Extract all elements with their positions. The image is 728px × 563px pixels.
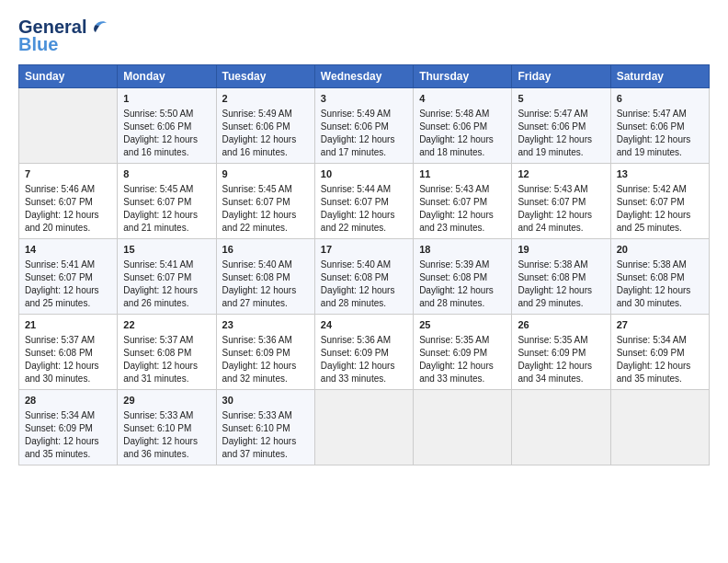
cell-content: Sunrise: 5:42 AM Sunset: 6:07 PM Dayligh…	[617, 183, 703, 235]
calendar-cell: 11Sunrise: 5:43 AM Sunset: 6:07 PM Dayli…	[414, 163, 512, 238]
calendar-cell: 10Sunrise: 5:44 AM Sunset: 6:07 PM Dayli…	[314, 163, 413, 238]
calendar-cell: 24Sunrise: 5:36 AM Sunset: 6:09 PM Dayli…	[314, 314, 413, 389]
calendar-cell: 20Sunrise: 5:38 AM Sunset: 6:08 PM Dayli…	[610, 238, 709, 314]
header-cell-sunday: Sunday	[19, 65, 118, 88]
day-number: 8	[123, 167, 210, 182]
cell-content: Sunrise: 5:34 AM Sunset: 6:09 PM Dayligh…	[25, 409, 111, 461]
calendar-cell: 6Sunrise: 5:47 AM Sunset: 6:06 PM Daylig…	[610, 88, 709, 164]
calendar-cell: 30Sunrise: 5:33 AM Sunset: 6:10 PM Dayli…	[216, 389, 314, 465]
calendar-cell: 29Sunrise: 5:33 AM Sunset: 6:10 PM Dayli…	[118, 389, 216, 465]
calendar-cell	[610, 389, 709, 465]
day-number: 11	[419, 167, 506, 182]
cell-content: Sunrise: 5:33 AM Sunset: 6:10 PM Dayligh…	[123, 409, 210, 461]
week-row-5: 28Sunrise: 5:34 AM Sunset: 6:09 PM Dayli…	[19, 389, 710, 465]
day-number: 21	[25, 318, 111, 333]
calendar-cell: 13Sunrise: 5:42 AM Sunset: 6:07 PM Dayli…	[610, 163, 709, 238]
day-number: 7	[25, 167, 111, 182]
calendar-cell: 26Sunrise: 5:35 AM Sunset: 6:09 PM Dayli…	[512, 314, 610, 389]
cell-content: Sunrise: 5:34 AM Sunset: 6:09 PM Dayligh…	[617, 334, 703, 385]
calendar-cell	[314, 389, 413, 465]
header-cell-monday: Monday	[118, 65, 216, 88]
day-number: 9	[222, 167, 309, 182]
calendar-cell: 2Sunrise: 5:49 AM Sunset: 6:06 PM Daylig…	[216, 88, 314, 164]
calendar-cell: 9Sunrise: 5:45 AM Sunset: 6:07 PM Daylig…	[216, 163, 314, 238]
day-number: 16	[222, 243, 309, 258]
day-number: 20	[617, 243, 703, 258]
day-number: 27	[617, 318, 703, 333]
day-number: 30	[222, 394, 309, 408]
calendar-cell: 22Sunrise: 5:37 AM Sunset: 6:08 PM Dayli…	[118, 314, 216, 389]
day-number: 4	[419, 92, 506, 107]
header: General Blue	[18, 17, 710, 55]
day-number: 5	[518, 92, 604, 107]
cell-content: Sunrise: 5:35 AM Sunset: 6:09 PM Dayligh…	[419, 334, 506, 385]
cell-content: Sunrise: 5:46 AM Sunset: 6:07 PM Dayligh…	[25, 183, 111, 235]
calendar-cell: 21Sunrise: 5:37 AM Sunset: 6:08 PM Dayli…	[19, 314, 118, 389]
calendar-cell: 3Sunrise: 5:49 AM Sunset: 6:06 PM Daylig…	[314, 88, 413, 164]
calendar-cell: 1Sunrise: 5:50 AM Sunset: 6:06 PM Daylig…	[118, 88, 216, 164]
week-row-4: 21Sunrise: 5:37 AM Sunset: 6:08 PM Dayli…	[19, 314, 710, 389]
calendar-cell: 18Sunrise: 5:39 AM Sunset: 6:08 PM Dayli…	[414, 238, 512, 314]
calendar-cell: 19Sunrise: 5:38 AM Sunset: 6:08 PM Dayli…	[512, 238, 610, 314]
header-row: SundayMondayTuesdayWednesdayThursdayFrid…	[19, 65, 710, 88]
day-number: 24	[321, 318, 407, 333]
header-cell-saturday: Saturday	[610, 65, 709, 88]
calendar-cell: 28Sunrise: 5:34 AM Sunset: 6:09 PM Dayli…	[19, 389, 118, 465]
calendar-cell: 16Sunrise: 5:40 AM Sunset: 6:08 PM Dayli…	[216, 238, 314, 314]
cell-content: Sunrise: 5:40 AM Sunset: 6:08 PM Dayligh…	[321, 259, 407, 310]
cell-content: Sunrise: 5:38 AM Sunset: 6:08 PM Dayligh…	[518, 259, 604, 310]
week-row-2: 7Sunrise: 5:46 AM Sunset: 6:07 PM Daylig…	[19, 163, 710, 238]
cell-content: Sunrise: 5:33 AM Sunset: 6:10 PM Dayligh…	[222, 409, 309, 461]
cell-content: Sunrise: 5:47 AM Sunset: 6:06 PM Dayligh…	[617, 108, 703, 159]
day-number: 10	[321, 167, 407, 182]
day-number: 23	[222, 318, 309, 333]
week-row-3: 14Sunrise: 5:41 AM Sunset: 6:07 PM Dayli…	[19, 238, 710, 314]
week-row-1: 1Sunrise: 5:50 AM Sunset: 6:06 PM Daylig…	[19, 88, 710, 164]
cell-content: Sunrise: 5:41 AM Sunset: 6:07 PM Dayligh…	[123, 259, 210, 310]
day-number: 14	[25, 243, 111, 258]
calendar-cell: 8Sunrise: 5:45 AM Sunset: 6:07 PM Daylig…	[118, 163, 216, 238]
day-number: 1	[123, 92, 210, 107]
cell-content: Sunrise: 5:37 AM Sunset: 6:08 PM Dayligh…	[25, 334, 111, 385]
cell-content: Sunrise: 5:43 AM Sunset: 6:07 PM Dayligh…	[518, 183, 604, 235]
cell-content: Sunrise: 5:36 AM Sunset: 6:09 PM Dayligh…	[222, 334, 309, 385]
day-number: 3	[321, 92, 407, 107]
cell-content: Sunrise: 5:43 AM Sunset: 6:07 PM Dayligh…	[419, 183, 506, 235]
calendar-cell: 14Sunrise: 5:41 AM Sunset: 6:07 PM Dayli…	[19, 238, 118, 314]
calendar-cell: 15Sunrise: 5:41 AM Sunset: 6:07 PM Dayli…	[118, 238, 216, 314]
cell-content: Sunrise: 5:35 AM Sunset: 6:09 PM Dayligh…	[518, 334, 604, 385]
header-cell-thursday: Thursday	[414, 65, 512, 88]
calendar-cell: 23Sunrise: 5:36 AM Sunset: 6:09 PM Dayli…	[216, 314, 314, 389]
day-number: 2	[222, 92, 309, 107]
cell-content: Sunrise: 5:37 AM Sunset: 6:08 PM Dayligh…	[123, 334, 210, 385]
day-number: 29	[123, 394, 210, 408]
cell-content: Sunrise: 5:36 AM Sunset: 6:09 PM Dayligh…	[321, 334, 407, 385]
calendar-cell: 4Sunrise: 5:48 AM Sunset: 6:06 PM Daylig…	[414, 88, 512, 164]
header-cell-friday: Friday	[512, 65, 610, 88]
logo-blue: Blue	[18, 34, 58, 55]
cell-content: Sunrise: 5:45 AM Sunset: 6:07 PM Dayligh…	[123, 183, 210, 235]
day-number: 25	[419, 318, 506, 333]
day-number: 19	[518, 243, 604, 258]
calendar-cell: 17Sunrise: 5:40 AM Sunset: 6:08 PM Dayli…	[314, 238, 413, 314]
calendar-cell: 25Sunrise: 5:35 AM Sunset: 6:09 PM Dayli…	[414, 314, 512, 389]
logo: General Blue	[18, 17, 108, 55]
calendar-cell: 5Sunrise: 5:47 AM Sunset: 6:06 PM Daylig…	[512, 88, 610, 164]
day-number: 6	[617, 92, 703, 107]
cell-content: Sunrise: 5:47 AM Sunset: 6:06 PM Dayligh…	[518, 108, 604, 159]
cell-content: Sunrise: 5:49 AM Sunset: 6:06 PM Dayligh…	[222, 108, 309, 159]
page: General Blue SundayMondayTuesdayWednesda…	[0, 0, 728, 475]
day-number: 12	[518, 167, 604, 182]
day-number: 28	[25, 394, 111, 408]
day-number: 17	[321, 243, 407, 258]
cell-content: Sunrise: 5:45 AM Sunset: 6:07 PM Dayligh…	[222, 183, 309, 235]
day-number: 18	[419, 243, 506, 258]
cell-content: Sunrise: 5:38 AM Sunset: 6:08 PM Dayligh…	[617, 259, 703, 310]
day-number: 15	[123, 243, 210, 258]
cell-content: Sunrise: 5:39 AM Sunset: 6:08 PM Dayligh…	[419, 259, 506, 310]
cell-content: Sunrise: 5:44 AM Sunset: 6:07 PM Dayligh…	[321, 183, 407, 235]
cell-content: Sunrise: 5:40 AM Sunset: 6:08 PM Dayligh…	[222, 259, 309, 310]
cell-content: Sunrise: 5:49 AM Sunset: 6:06 PM Dayligh…	[321, 108, 407, 159]
day-number: 26	[518, 318, 604, 333]
header-cell-wednesday: Wednesday	[314, 65, 413, 88]
